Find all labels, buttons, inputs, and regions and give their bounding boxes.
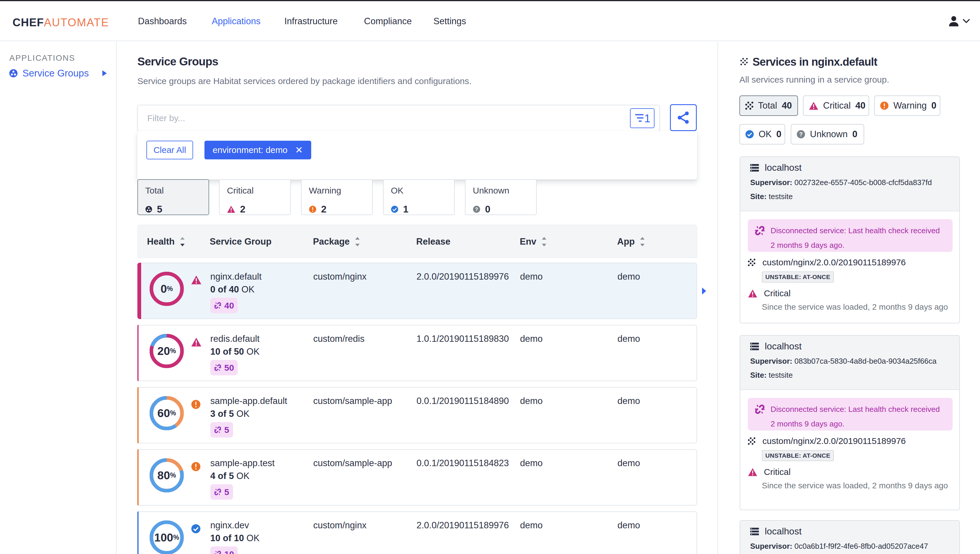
svg-text:?: ? <box>799 131 803 137</box>
svg-text:?: ? <box>475 207 478 212</box>
svg-text:1: 1 <box>644 112 650 124</box>
